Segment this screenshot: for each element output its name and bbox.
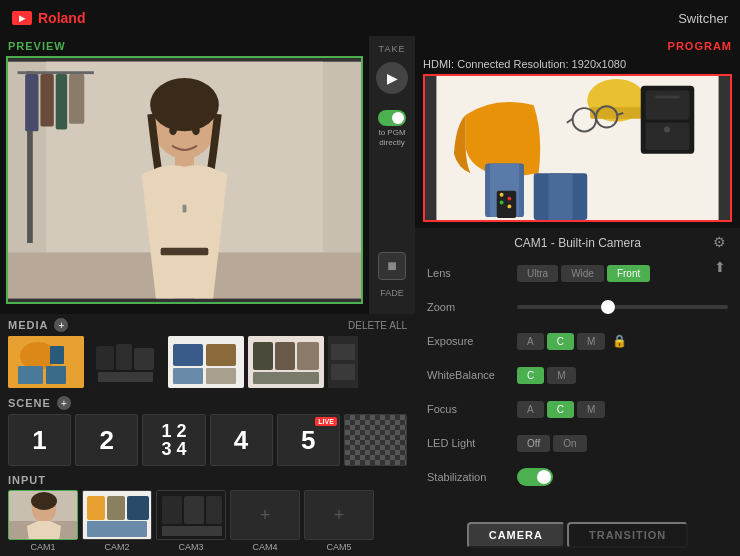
svg-rect-48: [107, 496, 125, 520]
media-thumb-1[interactable]: [8, 336, 84, 388]
scene-item-5[interactable]: LIVE 5: [277, 414, 340, 466]
lens-ultra-button[interactable]: Ultra: [517, 265, 558, 282]
wb-c-button[interactable]: C: [517, 367, 544, 384]
delete-all-button[interactable]: DELETE ALL: [348, 320, 407, 331]
exposure-c-button[interactable]: C: [547, 333, 574, 350]
preview-label: PREVIEW: [0, 36, 369, 56]
wb-m-button[interactable]: M: [547, 367, 575, 384]
media-add-button[interactable]: +: [54, 318, 68, 332]
scene-item-2[interactable]: 2: [75, 414, 138, 466]
cam3-thumb[interactable]: [156, 490, 226, 540]
preview-svg: [8, 58, 361, 302]
cam-title: CAM1 - Built-in Camera: [427, 236, 728, 250]
focus-c-button[interactable]: C: [547, 401, 574, 418]
preview-video: [6, 56, 363, 304]
gear-settings-button[interactable]: ⚙: [713, 234, 726, 250]
svg-rect-37: [253, 372, 319, 384]
zoom-thumb[interactable]: [601, 300, 615, 314]
main-layout: PREVIEW: [0, 36, 740, 556]
share-button[interactable]: ⬆: [714, 259, 726, 275]
transition-tab[interactable]: TRANSITION: [567, 522, 688, 548]
scene-item-3[interactable]: 1 2 3 4: [142, 414, 205, 466]
svg-rect-20: [46, 366, 66, 384]
zoom-slider-wrapper: [517, 305, 728, 309]
scene-add-button[interactable]: +: [57, 396, 71, 410]
led-label: LED Light: [427, 437, 517, 449]
media-thumbnails: [8, 336, 407, 388]
svg-rect-26: [134, 348, 154, 370]
input-title: INPUT: [8, 474, 46, 486]
preview-program-row: PREVIEW: [0, 36, 415, 314]
media-thumb-4[interactable]: [248, 336, 324, 388]
svg-rect-39: [331, 344, 355, 360]
header: ▶ Roland Switcher: [0, 0, 740, 36]
svg-rect-50: [87, 521, 147, 537]
media-thumb-5[interactable]: [328, 336, 358, 388]
svg-line-73: [595, 118, 596, 119]
svg-rect-3: [18, 71, 94, 74]
scene-section: SCENE + 1 2 1 2 3 4: [0, 392, 415, 470]
svg-rect-31: [173, 368, 203, 384]
svg-point-65: [507, 204, 511, 208]
preview-section: PREVIEW: [0, 36, 369, 314]
svg-rect-16: [161, 248, 209, 256]
scene-item-checker[interactable]: [344, 414, 407, 466]
svg-rect-36: [297, 342, 319, 370]
scene-checker-pattern: [345, 415, 406, 465]
program-video: [423, 74, 732, 222]
media-section: MEDIA + DELETE ALL: [0, 314, 415, 392]
led-buttons: Off On: [517, 435, 587, 452]
lens-wide-button[interactable]: Wide: [561, 265, 604, 282]
input-cam3: CAM3: [156, 490, 226, 552]
pgm-toggle-switch[interactable]: [378, 110, 406, 126]
led-off-button[interactable]: Off: [517, 435, 550, 452]
cam-controls: CAM1 - Built-in Camera Lens Ultra Wide F…: [415, 228, 740, 522]
cam5-label: CAM5: [326, 542, 351, 552]
cam1-thumb[interactable]: [8, 490, 78, 540]
switcher-label: Switcher: [678, 11, 728, 26]
lens-label: Lens: [427, 267, 517, 279]
media-thumb-2[interactable]: [88, 336, 164, 388]
scene-title-row: SCENE +: [8, 396, 71, 410]
exposure-m-button[interactable]: M: [577, 333, 605, 350]
cam2-label: CAM2: [104, 542, 129, 552]
svg-rect-47: [87, 496, 105, 520]
right-panel: PROGRAM HDMI: Connected Resolution: 1920…: [415, 36, 740, 556]
led-on-button[interactable]: On: [553, 435, 586, 452]
input-section: INPUT: [0, 470, 415, 556]
input-cam2: CAM2: [82, 490, 152, 552]
zoom-slider[interactable]: [517, 305, 728, 309]
focus-m-button[interactable]: M: [577, 401, 605, 418]
focus-a-button[interactable]: A: [517, 401, 544, 418]
lens-row: Lens Ultra Wide Front: [427, 260, 728, 286]
fade-button[interactable]: ■: [378, 252, 406, 280]
cam5-add-button[interactable]: +: [304, 490, 374, 540]
cam2-thumb[interactable]: [82, 490, 152, 540]
program-info: HDMI: Connected Resolution: 1920x1080: [423, 56, 732, 74]
lens-front-button[interactable]: Front: [607, 265, 650, 282]
exposure-label: Exposure: [427, 335, 517, 347]
input-cam1: CAM1: [8, 490, 78, 552]
program-video-wrapper: ⚙ ⬆: [423, 74, 732, 222]
input-cam5: + CAM5: [304, 490, 374, 552]
take-arrow-button[interactable]: ▶: [376, 62, 408, 94]
cam4-label: CAM4: [252, 542, 277, 552]
media-thumb-3[interactable]: [168, 336, 244, 388]
scene-item-4[interactable]: 4: [210, 414, 273, 466]
camera-tab[interactable]: CAMERA: [467, 522, 565, 548]
svg-rect-69: [655, 95, 679, 98]
cam4-add-button[interactable]: +: [230, 490, 300, 540]
stabilization-toggle[interactable]: [517, 468, 553, 486]
whitebalance-label: WhiteBalance: [427, 369, 517, 381]
exposure-buttons: A C M 🔒: [517, 333, 627, 350]
scene-item-1[interactable]: 1: [8, 414, 71, 466]
led-row: LED Light Off On: [427, 430, 728, 456]
whitebalance-buttons: C M: [517, 367, 576, 384]
bottom-left: MEDIA + DELETE ALL: [0, 314, 415, 556]
svg-rect-40: [331, 364, 355, 380]
svg-rect-67: [646, 91, 690, 120]
svg-rect-53: [184, 496, 204, 524]
exposure-a-button[interactable]: A: [517, 333, 544, 350]
svg-rect-6: [56, 74, 67, 129]
cam1-label: CAM1: [30, 542, 55, 552]
